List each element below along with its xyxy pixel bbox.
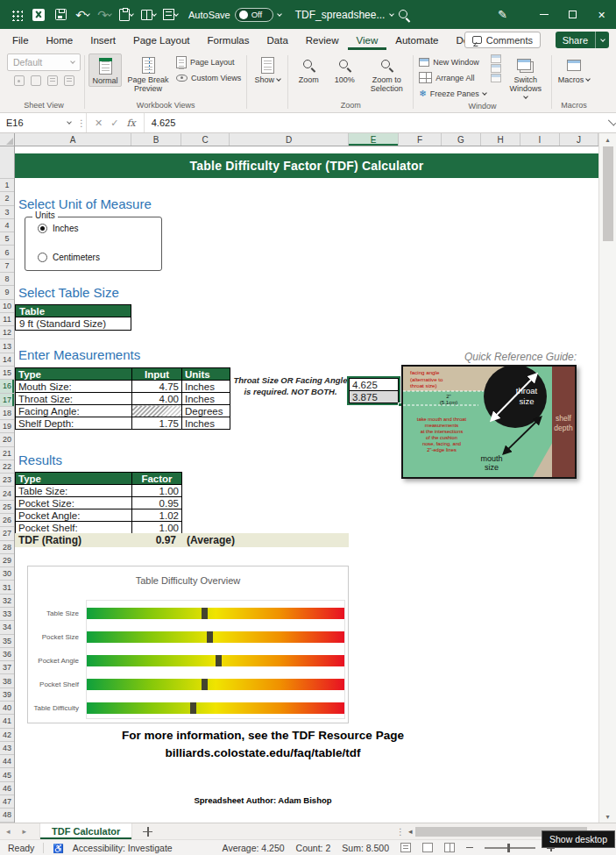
- sheet-view-options-icon[interactable]: [64, 75, 74, 86]
- row-header-23[interactable]: 23: [0, 474, 14, 487]
- measurement-input-cell[interactable]: 1.75: [132, 417, 182, 430]
- ribbon-tab-insert[interactable]: Insert: [81, 29, 124, 50]
- ribbon-tab-review[interactable]: Review: [297, 29, 348, 50]
- row-header-16[interactable]: 16: [0, 380, 14, 393]
- undo-icon[interactable]: [73, 4, 92, 26]
- keep-sheet-view-icon[interactable]: [14, 75, 25, 86]
- scroll-up-icon[interactable]: [605, 136, 609, 144]
- autosave-control[interactable]: AutoSave Off: [188, 8, 281, 22]
- row-header-11[interactable]: 11: [0, 313, 14, 326]
- row-header-34[interactable]: 34: [0, 621, 14, 634]
- unit-option-centimeters[interactable]: Centimeters: [38, 253, 100, 262]
- hscroll-left-icon[interactable]: [408, 827, 413, 836]
- row-header-5[interactable]: 5: [0, 232, 14, 246]
- comments-button[interactable]: Comments: [464, 32, 541, 48]
- new-sheet-view-icon[interactable]: [47, 75, 58, 86]
- share-button[interactable]: Share: [556, 32, 609, 48]
- difficulty-chart[interactable]: Table Difficulty Overview Table SizePock…: [27, 566, 349, 723]
- page-break-view-icon[interactable]: [444, 843, 455, 852]
- search-icon[interactable]: [393, 4, 415, 25]
- row-header-29[interactable]: 29: [0, 554, 14, 567]
- qat-clipboard-icon[interactable]: [117, 4, 136, 26]
- ribbon-tab-home[interactable]: Home: [38, 29, 82, 50]
- row-header-36[interactable]: 36: [0, 648, 14, 661]
- row-header-3[interactable]: 3: [0, 206, 14, 219]
- exit-sheet-view-icon[interactable]: [31, 75, 41, 86]
- row-header-31[interactable]: 31: [0, 581, 14, 594]
- ribbon-tab-view[interactable]: View: [348, 29, 387, 50]
- radio-icon[interactable]: [38, 224, 47, 233]
- ribbon-tab-formulas[interactable]: Formulas: [199, 29, 258, 50]
- page-break-preview-button[interactable]: Page Break Preview: [124, 53, 172, 95]
- qat-board-icon[interactable]: [160, 4, 180, 26]
- insert-function-icon[interactable]: [126, 118, 135, 129]
- page-layout-view-icon[interactable]: [422, 843, 433, 852]
- row-header-2[interactable]: 2: [0, 192, 14, 205]
- row-header-27[interactable]: 27: [0, 527, 14, 540]
- measurement-input-cell[interactable]: 4.75: [132, 381, 182, 393]
- unit-option-inches[interactable]: Inches: [38, 224, 100, 233]
- column-header-G[interactable]: G: [442, 133, 481, 146]
- close-button[interactable]: [587, 0, 616, 29]
- zoom-button[interactable]: Zoom: [292, 53, 325, 85]
- synchronous-scrolling-icon[interactable]: [491, 64, 501, 73]
- share-dropdown[interactable]: [595, 32, 609, 48]
- autosave-toggle[interactable]: Off: [235, 8, 273, 22]
- row-header-32[interactable]: 32: [0, 595, 14, 608]
- row-header-9[interactable]: 9: [0, 286, 14, 299]
- row-header-19[interactable]: 19: [0, 420, 14, 433]
- radio-icon[interactable]: [38, 253, 47, 262]
- row-header-38[interactable]: 38: [0, 674, 14, 688]
- column-header-D[interactable]: D: [230, 133, 349, 146]
- arrange-all-button[interactable]: Arrange All: [417, 70, 487, 85]
- enter-icon[interactable]: [110, 118, 118, 129]
- row-header-43[interactable]: 43: [0, 742, 14, 755]
- column-header-H[interactable]: H: [481, 133, 520, 146]
- qat-book-icon[interactable]: [138, 4, 158, 26]
- reset-window-position-icon[interactable]: [491, 74, 501, 82]
- macros-button[interactable]: Macros: [556, 53, 593, 85]
- accessibility-status[interactable]: Accessibility: Investigate: [73, 843, 173, 853]
- row-header-13[interactable]: 13: [0, 339, 14, 353]
- row-header-14[interactable]: 14: [0, 353, 14, 367]
- next-sheet-icon[interactable]: [17, 827, 33, 836]
- column-header-J[interactable]: J: [560, 133, 598, 146]
- row-header-44[interactable]: 44: [0, 755, 14, 768]
- row-header-41[interactable]: 41: [0, 715, 14, 728]
- row-header-6[interactable]: 6: [0, 246, 14, 259]
- column-header-B[interactable]: B: [131, 133, 181, 146]
- row-header-39[interactable]: 39: [0, 688, 14, 702]
- row-header-46[interactable]: 46: [0, 782, 14, 795]
- row-header-28[interactable]: 28: [0, 541, 14, 554]
- zoom-100-button[interactable]: 100%: [328, 53, 361, 85]
- prev-sheet-icon[interactable]: [0, 827, 17, 836]
- row-header-18[interactable]: 18: [0, 407, 14, 420]
- row-header-15[interactable]: 15: [0, 367, 14, 380]
- row-header-40[interactable]: 40: [0, 702, 14, 715]
- row-header-8[interactable]: 8: [0, 273, 14, 286]
- scroll-down-icon[interactable]: [605, 813, 609, 821]
- column-header-E[interactable]: E: [349, 133, 399, 146]
- worksheet[interactable]: Table Difficulty Factor (TDF) Calculator…: [15, 146, 598, 823]
- switch-windows-button[interactable]: Switch Windows: [504, 53, 548, 99]
- column-header-C[interactable]: C: [181, 133, 230, 146]
- sheet-view-selector[interactable]: Default: [7, 53, 81, 71]
- measurement-input-cell[interactable]: 4.00: [132, 393, 182, 405]
- new-window-button[interactable]: New Window: [417, 54, 487, 69]
- cancel-icon[interactable]: [95, 118, 103, 129]
- row-header-45[interactable]: 45: [0, 768, 14, 781]
- add-sheet-button[interactable]: [143, 827, 152, 837]
- maximize-button[interactable]: [558, 0, 587, 29]
- cell-E16[interactable]: 4.625: [349, 378, 399, 391]
- formula-bar-expand-icon[interactable]: [608, 118, 616, 125]
- row-header-20[interactable]: 20: [0, 433, 14, 446]
- ribbon-tab-page-layout[interactable]: Page Layout: [124, 29, 199, 50]
- row-header-24[interactable]: 24: [0, 487, 14, 500]
- vertical-scrollbar[interactable]: [598, 133, 616, 823]
- minimize-button[interactable]: [529, 0, 558, 29]
- row-header-10[interactable]: 10: [0, 300, 14, 313]
- row-header-42[interactable]: 42: [0, 729, 14, 742]
- save-icon[interactable]: [51, 4, 70, 26]
- column-header-I[interactable]: I: [520, 133, 560, 146]
- ribbon-tab-data[interactable]: Data: [258, 29, 297, 50]
